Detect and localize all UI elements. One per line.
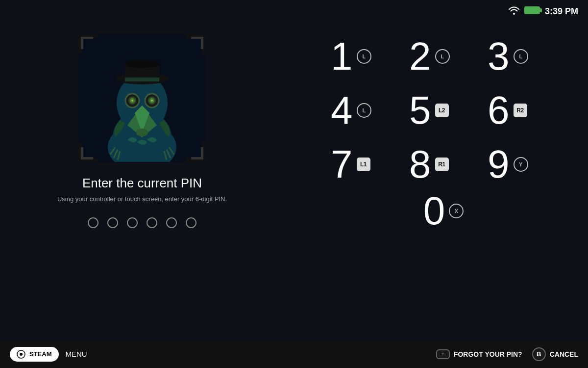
digit-5: 5 bbox=[409, 91, 431, 130]
svg-rect-14 bbox=[81, 157, 93, 159]
digit-3: 3 bbox=[488, 37, 510, 76]
numpad-grid: 1 L 2 L 3 L 4 L 5 L2 6 R2 7 L1 8 R1 9 Y bbox=[326, 29, 561, 191]
badge-L-4: L bbox=[357, 103, 371, 118]
numpad-key-7[interactable]: 7 L1 bbox=[326, 137, 404, 191]
avatar bbox=[78, 34, 206, 162]
svg-point-35 bbox=[131, 100, 133, 102]
svg-point-22 bbox=[125, 60, 159, 68]
badge-R1: R1 bbox=[435, 158, 449, 171]
top-bar: 3:39 PM bbox=[499, 0, 588, 23]
steam-button[interactable]: STEAM bbox=[10, 347, 59, 362]
menu-icon: ≡ bbox=[436, 349, 450, 359]
pin-entry-dots bbox=[88, 217, 196, 228]
svg-rect-23 bbox=[125, 78, 159, 81]
digit-2: 2 bbox=[409, 37, 431, 76]
badge-L-2: L bbox=[435, 49, 450, 64]
badge-L-1: L bbox=[357, 49, 371, 64]
numpad-key-3[interactable]: 3 L bbox=[483, 29, 561, 83]
badge-R2: R2 bbox=[514, 104, 527, 117]
forgot-pin-label: FORGOT YOUR PIN? bbox=[454, 350, 522, 358]
badge-L2: L2 bbox=[435, 104, 449, 117]
clock: 3:39 PM bbox=[545, 6, 578, 17]
pin-dot-1 bbox=[88, 217, 98, 228]
pin-dot-2 bbox=[107, 217, 118, 228]
digit-0: 0 bbox=[423, 191, 445, 231]
numpad-key-2[interactable]: 2 L bbox=[404, 29, 483, 83]
badge-L1: L1 bbox=[357, 158, 370, 171]
numpad-key-1[interactable]: 1 L bbox=[326, 29, 404, 83]
numpad-key-4[interactable]: 4 L bbox=[326, 83, 404, 137]
digit-7: 7 bbox=[331, 145, 353, 184]
svg-rect-16 bbox=[201, 147, 203, 159]
badge-L-3: L bbox=[514, 49, 528, 64]
bottom-right-actions: ≡ FORGOT YOUR PIN? B CANCEL bbox=[436, 347, 578, 361]
cancel-label: CANCEL bbox=[550, 350, 578, 358]
pin-dot-4 bbox=[147, 217, 157, 228]
b-button-icon: B bbox=[532, 347, 546, 361]
digit-8: 8 bbox=[409, 145, 431, 184]
numpad-key-8[interactable]: 8 R1 bbox=[404, 137, 483, 191]
badge-Y: Y bbox=[514, 157, 528, 172]
svg-point-36 bbox=[151, 100, 153, 102]
digit-1: 1 bbox=[331, 37, 353, 76]
pin-dot-3 bbox=[127, 217, 138, 228]
badge-X: X bbox=[449, 204, 464, 218]
svg-point-26 bbox=[136, 129, 148, 136]
numpad-key-5[interactable]: 5 L2 bbox=[404, 83, 483, 137]
svg-rect-12 bbox=[201, 37, 203, 49]
numpad-key-9[interactable]: 9 Y bbox=[483, 137, 561, 191]
pin-dot-5 bbox=[166, 217, 177, 228]
bottom-bar: STEAM MENU ≡ FORGOT YOUR PIN? B CANCEL bbox=[0, 340, 588, 368]
wifi-icon bbox=[509, 6, 519, 17]
battery-indicator bbox=[524, 6, 540, 17]
digit-9: 9 bbox=[488, 145, 510, 184]
steam-icon bbox=[17, 350, 25, 359]
pin-dot-6 bbox=[186, 217, 196, 228]
svg-point-38 bbox=[20, 353, 23, 356]
left-panel: Enter the current PIN Using your control… bbox=[49, 34, 235, 228]
svg-rect-10 bbox=[81, 37, 83, 49]
cancel-button[interactable]: B CANCEL bbox=[532, 347, 578, 361]
numpad-key-6[interactable]: 6 R2 bbox=[483, 83, 561, 137]
menu-label: MENU bbox=[66, 350, 87, 358]
digit-6: 6 bbox=[488, 91, 510, 130]
digit-4: 4 bbox=[331, 91, 353, 130]
numpad-key-0[interactable]: 0 X bbox=[418, 191, 469, 231]
steam-label: STEAM bbox=[29, 350, 52, 358]
numpad-zero-row: 0 X bbox=[326, 191, 561, 231]
pin-title: Enter the current PIN bbox=[82, 176, 202, 191]
forgot-pin-button[interactable]: ≡ FORGOT YOUR PIN? bbox=[436, 349, 522, 359]
pin-subtitle: Using your controller or touch screen, e… bbox=[57, 195, 227, 204]
